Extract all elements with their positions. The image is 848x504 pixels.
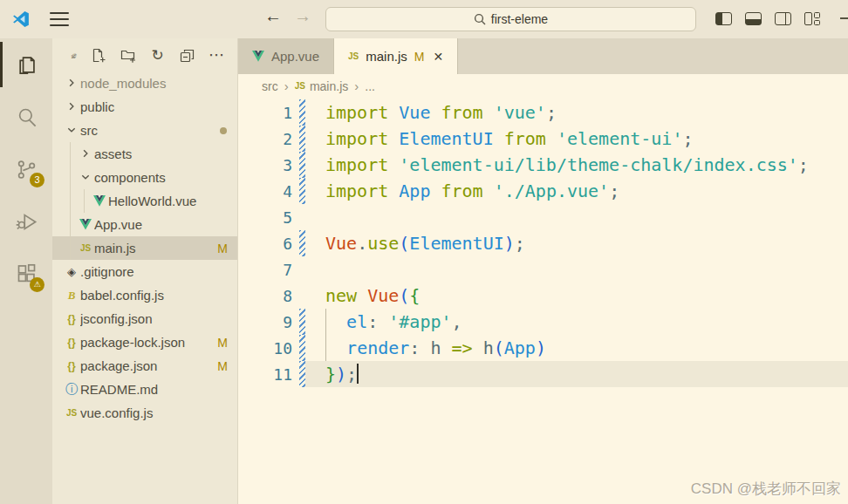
breadcrumb-label: ... <box>365 79 375 93</box>
tree-item-.gitignore[interactable]: ◈.gitignore <box>52 260 237 283</box>
js-file-icon: JS <box>295 81 305 91</box>
breadcrumb-separator-icon: › <box>284 78 289 93</box>
tab-close-icon[interactable]: ✕ <box>431 50 443 64</box>
nav-forward-icon[interactable]: → <box>291 6 314 26</box>
tree-item-package-lock.json[interactable]: {}package-lock.jsonM <box>52 330 237 354</box>
git-modified-badge: M <box>217 242 237 255</box>
new-folder-icon[interactable] <box>120 47 136 63</box>
line-number: 10 <box>238 339 299 358</box>
watermark: CSDN @栈老师不回家 <box>691 479 841 499</box>
chevron-right-icon <box>66 99 77 114</box>
code-text: new Vue({ <box>305 283 848 309</box>
vscode-logo-icon <box>11 10 31 29</box>
changed-line-stripe <box>299 256 305 283</box>
indent-guide <box>70 213 71 236</box>
nav-back-icon[interactable]: ← <box>262 6 284 26</box>
tree-item-vue.config.js[interactable]: JSvue.config.js <box>52 401 237 425</box>
tree-item-App.vue[interactable]: App.vue <box>52 213 237 236</box>
tree-item-assets[interactable]: assets <box>52 142 237 166</box>
tree-item-node_modules[interactable]: node_modules <box>52 72 237 95</box>
tree-item-README.md[interactable]: ⓘREADME.md <box>52 378 237 401</box>
folder-modified-dot <box>220 127 227 134</box>
tree-item-label: assets <box>94 146 237 161</box>
tree-item-label: vue.config.js <box>80 405 237 420</box>
code-text: import App from './App.vue'; <box>305 178 848 204</box>
json-file-icon: {} <box>67 313 75 325</box>
title-bar: ← → first-eleme <box>0 0 848 38</box>
code-line-11: 11}); <box>238 361 848 387</box>
readme-file-icon: ⓘ <box>65 382 78 398</box>
activity-explorer-icon[interactable] <box>0 38 52 91</box>
code-text: }); <box>305 361 848 387</box>
tree-item-components[interactable]: components <box>52 166 237 189</box>
line-number: 4 <box>238 182 299 201</box>
chevron-down-icon <box>80 170 91 185</box>
json-file-icon: {} <box>67 360 75 372</box>
breadcrumb-item-...[interactable]: ... <box>365 79 375 93</box>
tab-strip: App.vueJSmain.jsM✕ <box>238 38 848 74</box>
code-text: el: '#app', <box>305 309 848 335</box>
activity-search-icon[interactable] <box>0 91 52 143</box>
tree-item-package.json[interactable]: {}package.jsonM <box>52 354 237 378</box>
toggle-panel-icon[interactable] <box>745 12 762 25</box>
breadcrumb: src›JSmain.js›... <box>238 74 848 98</box>
window-minimize-icon <box>840 17 848 19</box>
breadcrumb-label: main.js <box>310 79 348 93</box>
activity-bar: 3 ⚠ <box>0 38 52 504</box>
tab-main.js[interactable]: JSmain.jsM✕ <box>334 38 458 74</box>
collapse-folders-icon[interactable] <box>180 47 195 63</box>
code-line-9: 9 el: '#app', <box>238 309 848 335</box>
tree-item-label: package-lock.json <box>80 335 217 350</box>
changed-line-stripe <box>299 204 305 230</box>
line-number: 1 <box>238 104 299 122</box>
toggle-primary-sidebar-icon[interactable] <box>715 12 732 25</box>
refresh-explorer-icon[interactable]: ↻ <box>150 47 166 63</box>
menu-icon[interactable] <box>50 12 69 26</box>
explorer-sidebar: ⸙ ↻ ⋯ node_modulespublicsrcassetscompone… <box>52 38 238 504</box>
code-text: import ElementUI from 'element-ui'; <box>305 126 848 152</box>
changed-line-stripe <box>299 283 305 309</box>
breadcrumb-item-main.js[interactable]: JSmain.js <box>295 79 349 93</box>
customize-layout-icon[interactable] <box>804 12 820 25</box>
tree-item-babel.config.js[interactable]: Bbabel.config.js <box>52 283 237 307</box>
tree-item-HelloWorld.vue[interactable]: HelloWorld.vue <box>52 189 237 213</box>
tree-item-src[interactable]: src <box>52 119 237 142</box>
tab-label: main.js <box>366 49 407 64</box>
json-file-icon: {} <box>67 337 75 349</box>
tree-item-label: package.json <box>80 358 217 373</box>
editor-area: App.vueJSmain.jsM✕ src›JSmain.js›... 1im… <box>238 38 848 504</box>
line-number: 9 <box>238 313 299 331</box>
vue-file-icon <box>93 195 106 207</box>
line-number: 2 <box>238 130 299 148</box>
git-modified-badge: M <box>217 336 237 350</box>
code-text: import Vue from 'vue'; <box>305 99 848 126</box>
code-line-1: 1import Vue from 'vue'; <box>238 99 848 126</box>
tab-App.vue[interactable]: App.vue <box>238 38 334 74</box>
new-file-icon[interactable] <box>91 47 106 63</box>
chevron-right-icon <box>66 76 77 91</box>
tree-item-label: components <box>94 170 237 185</box>
more-actions-icon[interactable]: ⋯ <box>209 47 225 63</box>
vue-file-icon <box>252 51 264 62</box>
activity-run-debug-icon[interactable] <box>0 195 52 248</box>
command-center-search[interactable]: first-eleme <box>325 7 696 31</box>
explorer-toolbar: ⸙ ↻ ⋯ <box>52 38 237 72</box>
tree-item-jsconfig.json[interactable]: {}jsconfig.json <box>52 307 237 330</box>
search-value: first-eleme <box>491 12 548 26</box>
code-text <box>305 204 848 230</box>
code-editor[interactable]: 1import Vue from 'vue';2import ElementUI… <box>238 98 848 504</box>
scm-badge: 3 <box>30 173 44 187</box>
tree-item-public[interactable]: public <box>52 95 237 119</box>
line-number: 11 <box>238 365 299 384</box>
tree-item-main.js[interactable]: JSmain.jsM <box>52 236 237 260</box>
tree-item-label: babel.config.js <box>80 288 237 303</box>
tree-item-label: public <box>80 99 237 114</box>
tree-item-label: .gitignore <box>80 264 237 279</box>
activity-source-control-icon[interactable]: 3 <box>0 143 52 195</box>
indent-guide <box>70 166 71 189</box>
changed-line-stripe <box>299 126 305 152</box>
activity-extensions-icon[interactable]: ⚠ <box>0 248 52 300</box>
text-cursor <box>357 364 359 384</box>
breadcrumb-item-src[interactable]: src <box>262 79 278 93</box>
toggle-secondary-sidebar-icon[interactable] <box>775 12 791 25</box>
